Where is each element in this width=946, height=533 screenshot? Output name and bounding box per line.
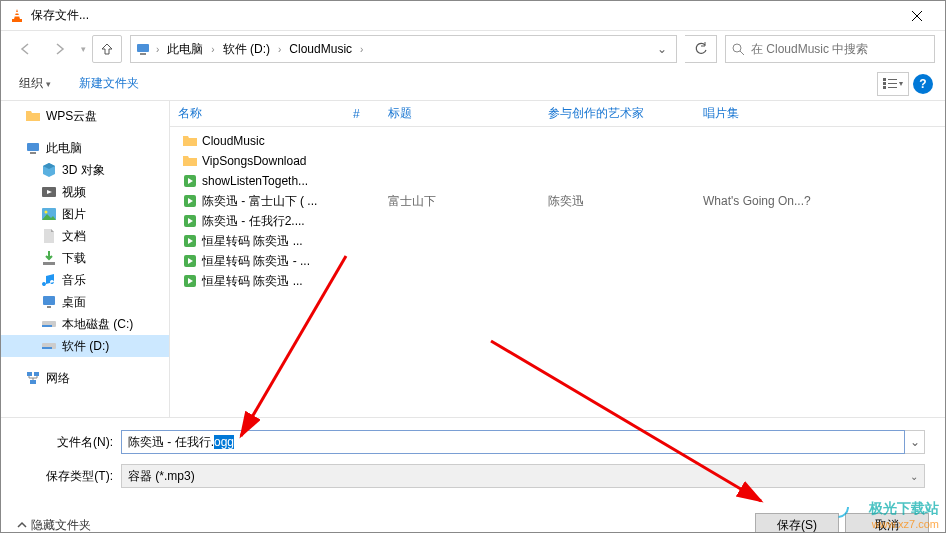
svg-rect-19	[47, 306, 51, 308]
svg-rect-9	[888, 83, 897, 84]
arrow-up-icon	[100, 42, 114, 56]
file-row[interactable]: 陈奕迅 - 富士山下 ( ...富士山下陈奕迅What's Going On..…	[170, 191, 945, 211]
file-row[interactable]: 陈奕迅 - 任我行2....	[170, 211, 945, 231]
view-mode-button[interactable]: ▾	[877, 72, 909, 96]
file-row[interactable]: 恒星转码 陈奕迅 ...	[170, 231, 945, 251]
column-number[interactable]: #	[345, 107, 380, 121]
close-button[interactable]	[897, 2, 937, 30]
svg-rect-12	[27, 143, 39, 151]
close-icon	[912, 11, 922, 21]
music-icon	[41, 272, 57, 288]
breadcrumb-item[interactable]: 软件 (D:)	[220, 39, 273, 60]
breadcrumb-item[interactable]: CloudMusic	[286, 40, 355, 58]
filename-dropdown[interactable]: ⌄	[905, 430, 925, 454]
sidebar-item-drive-d[interactable]: 软件 (D:)	[1, 335, 169, 357]
recent-dropdown[interactable]: ▾	[79, 44, 88, 54]
sidebar-item-videos[interactable]: 视频	[1, 181, 169, 203]
file-row[interactable]: 恒星转码 陈奕迅 ...	[170, 271, 945, 291]
chevron-right-icon: ›	[153, 44, 162, 55]
svg-rect-10	[883, 86, 886, 89]
svg-rect-21	[42, 325, 52, 327]
logo-icon	[827, 496, 849, 518]
search-box[interactable]	[725, 35, 935, 63]
arrow-left-icon	[19, 42, 33, 56]
list-icon	[883, 78, 897, 90]
forward-button[interactable]	[45, 35, 75, 63]
svg-rect-13	[30, 152, 36, 154]
back-button[interactable]	[11, 35, 41, 63]
svg-rect-4	[140, 53, 146, 55]
svg-rect-2	[15, 15, 20, 17]
sidebar-item-pictures[interactable]: 图片	[1, 203, 169, 225]
navbar: ▾ › 此电脑 › 软件 (D:) › CloudMusic › ⌄	[1, 31, 945, 67]
organize-button[interactable]: 组织	[13, 71, 57, 96]
document-icon	[41, 228, 57, 244]
search-input[interactable]	[751, 42, 928, 56]
svg-rect-3	[137, 44, 149, 52]
chevron-down-icon: ⌄	[910, 471, 918, 482]
breadcrumb[interactable]: › 此电脑 › 软件 (D:) › CloudMusic › ⌄	[130, 35, 677, 63]
sidebar-item-network[interactable]: 网络	[1, 367, 169, 389]
refresh-icon	[694, 42, 708, 56]
newfolder-button[interactable]: 新建文件夹	[73, 71, 145, 96]
breadcrumb-item[interactable]: 此电脑	[164, 39, 206, 60]
sidebar-item-desktop[interactable]: 桌面	[1, 291, 169, 313]
watermark: 极光下载站 www.xz7.com	[869, 500, 939, 530]
main-area: WPS云盘 此电脑 3D 对象 视频 图片 文档 下载 音乐 桌面 本地磁盘 (…	[1, 101, 945, 417]
sidebar-item-wps[interactable]: WPS云盘	[1, 105, 169, 127]
file-row[interactable]: showListenTogeth...	[170, 171, 945, 191]
refresh-button[interactable]	[685, 35, 717, 63]
column-headers: 名称 # 标题 参与创作的艺术家 唱片集	[170, 101, 945, 127]
svg-rect-7	[888, 79, 897, 80]
column-album[interactable]: 唱片集	[695, 105, 945, 122]
search-icon	[732, 43, 745, 56]
drive-icon	[41, 316, 57, 332]
filetype-select[interactable]: 容器 (*.mp3)⌄	[121, 464, 925, 488]
svg-rect-18	[43, 296, 55, 305]
chevron-right-icon: ›	[208, 44, 217, 55]
save-form: 文件名(N): 陈奕迅 - 任我行.ogg ⌄ 保存类型(T): 容器 (*.m…	[1, 417, 945, 504]
svg-point-16	[45, 211, 48, 214]
sidebar-item-documents[interactable]: 文档	[1, 225, 169, 247]
download-icon	[41, 250, 57, 266]
desktop-icon	[41, 294, 57, 310]
up-button[interactable]	[92, 35, 122, 63]
help-button[interactable]: ?	[913, 74, 933, 94]
sidebar-item-music[interactable]: 音乐	[1, 269, 169, 291]
file-row[interactable]: VipSongsDownload	[170, 151, 945, 171]
chevron-up-icon	[17, 520, 27, 530]
file-rows: CloudMusicVipSongsDownloadshowListenToge…	[170, 127, 945, 291]
filename-input[interactable]: 陈奕迅 - 任我行.ogg	[121, 430, 905, 454]
svg-rect-23	[42, 347, 52, 349]
pc-icon	[25, 140, 41, 156]
sidebar-item-thispc[interactable]: 此电脑	[1, 137, 169, 159]
file-list: 名称 # 标题 参与创作的艺术家 唱片集 CloudMusicVipSongsD…	[169, 101, 945, 417]
filetype-label: 保存类型(T):	[21, 468, 121, 485]
svg-point-5	[733, 44, 741, 52]
chevron-right-icon: ›	[357, 44, 366, 55]
file-row[interactable]: 恒星转码 陈奕迅 - ...	[170, 251, 945, 271]
footer: 隐藏文件夹 保存(S) 取消	[1, 504, 945, 533]
sidebar-item-3d[interactable]: 3D 对象	[1, 159, 169, 181]
file-row[interactable]: CloudMusic	[170, 131, 945, 151]
drive-icon	[41, 338, 57, 354]
titlebar: 保存文件...	[1, 1, 945, 31]
column-title[interactable]: 标题	[380, 105, 540, 122]
column-name[interactable]: 名称	[170, 105, 345, 122]
svg-rect-0	[12, 19, 22, 22]
network-icon	[25, 370, 41, 386]
video-icon	[41, 184, 57, 200]
folder-icon	[25, 108, 41, 124]
chevron-down-icon[interactable]: ⌄	[652, 42, 672, 56]
svg-rect-25	[34, 372, 39, 376]
hide-folders-button[interactable]: 隐藏文件夹	[17, 517, 91, 534]
filename-label: 文件名(N):	[21, 434, 121, 451]
column-artist[interactable]: 参与创作的艺术家	[540, 105, 695, 122]
svg-rect-26	[30, 380, 36, 384]
svg-rect-1	[15, 12, 19, 14]
sidebar-item-downloads[interactable]: 下载	[1, 247, 169, 269]
chevron-right-icon: ›	[275, 44, 284, 55]
sidebar-item-drive-c[interactable]: 本地磁盘 (C:)	[1, 313, 169, 335]
svg-rect-6	[883, 78, 886, 81]
svg-rect-11	[888, 87, 897, 88]
